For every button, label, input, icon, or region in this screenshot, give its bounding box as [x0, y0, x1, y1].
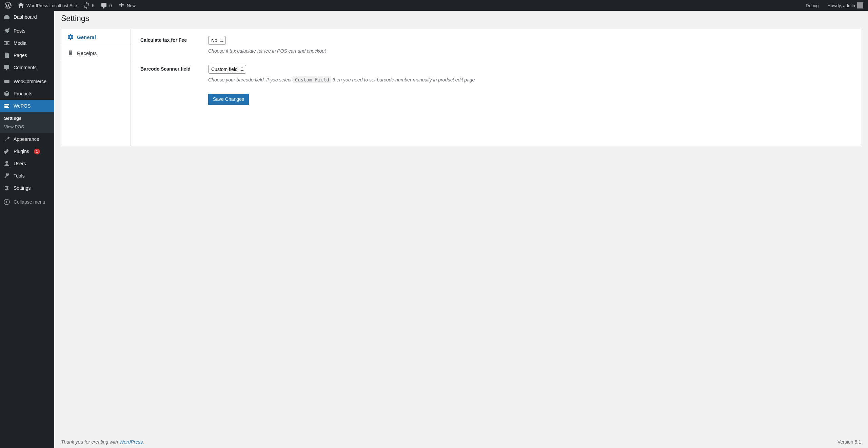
comments-icon: [3, 64, 10, 71]
sidebar-item-plugins[interactable]: Plugins 1: [0, 145, 54, 157]
comments-link[interactable]: 0: [99, 2, 114, 9]
tab-general[interactable]: General: [61, 29, 131, 45]
debug-link[interactable]: Debug: [804, 3, 821, 8]
tab-label: General: [77, 34, 96, 40]
admin-sidebar: Dashboard Posts Media Pages Comments Woo…: [0, 11, 54, 448]
sidebar-item-dashboard[interactable]: Dashboard: [0, 11, 54, 23]
settings-panel: General Receipts Calculate tax for Fee N…: [61, 29, 861, 146]
home-icon: [18, 2, 24, 9]
main-content: Settings General Receipts Calculate tax …: [54, 11, 868, 448]
sidebar-item-wepos[interactable]: WePOS: [0, 100, 54, 112]
sidebar-item-label: Posts: [14, 28, 25, 34]
sidebar-item-label: Plugins: [14, 149, 29, 154]
collapse-menu-button[interactable]: Collapse menu: [0, 196, 54, 208]
site-name-link[interactable]: WordPress Localhost Site: [16, 2, 79, 9]
sidebar-item-comments[interactable]: Comments: [0, 61, 54, 74]
sidebar-item-label: WePOS: [14, 103, 31, 109]
barcode-select[interactable]: Custom field: [208, 65, 246, 74]
tax-fee-help: Choose if tax caluclate for fee in POS c…: [208, 48, 851, 55]
site-name-text: WordPress Localhost Site: [26, 3, 77, 8]
sidebar-item-label: Tools: [14, 173, 25, 179]
sidebar-item-label: WooCommerce: [14, 79, 46, 84]
footer-thankyou: Thank you for creating with WordPress.: [61, 439, 144, 445]
sidebar-item-label: Products: [14, 91, 32, 96]
sidebar-item-products[interactable]: Products: [0, 88, 54, 100]
tools-icon: [3, 172, 10, 179]
receipt-icon: [67, 50, 74, 56]
submenu-item-settings[interactable]: Settings: [0, 114, 54, 123]
wepos-submenu: Settings View POS: [0, 112, 54, 133]
new-content-link[interactable]: New: [116, 2, 138, 9]
howdy-text: Howdy, admin: [828, 3, 855, 8]
sidebar-item-label: Comments: [14, 65, 37, 70]
sidebar-item-users[interactable]: Users: [0, 157, 54, 170]
appearance-icon: [3, 136, 10, 143]
settings-tabs-nav: General Receipts: [61, 29, 131, 146]
barcode-label: Barcode Scanner field: [140, 65, 208, 83]
media-icon: [3, 40, 10, 46]
plugins-icon: [3, 148, 10, 155]
wordpress-link[interactable]: WordPress: [119, 439, 143, 445]
svg-rect-0: [4, 80, 9, 83]
sidebar-item-label: Settings: [14, 185, 31, 191]
sidebar-item-label: Media: [14, 40, 26, 46]
update-icon: [83, 2, 90, 9]
admin-toolbar: WordPress Localhost Site 5 0 New Debug H…: [0, 0, 868, 11]
plugins-update-badge: 1: [34, 149, 40, 154]
collapse-label: Collapse menu: [14, 199, 45, 205]
settings-icon: [3, 185, 10, 191]
tax-fee-label: Calculate tax for Fee: [140, 36, 208, 55]
footer-version: Version 5.1: [837, 439, 861, 445]
tax-fee-select[interactable]: No: [208, 36, 226, 45]
collapse-icon: [3, 199, 10, 205]
sidebar-item-settings[interactable]: Settings: [0, 182, 54, 194]
page-title: Settings: [61, 11, 861, 24]
products-icon: [3, 90, 10, 97]
updates-count: 5: [92, 3, 94, 8]
sidebar-item-label: Appearance: [14, 136, 39, 142]
save-changes-button[interactable]: Save Changes: [208, 94, 249, 105]
admin-footer: Thank you for creating with WordPress. V…: [61, 439, 861, 445]
my-account-link[interactable]: Howdy, admin: [826, 2, 865, 8]
wordpress-logo-icon: [5, 2, 12, 9]
sidebar-item-media[interactable]: Media: [0, 37, 54, 49]
pin-icon: [3, 27, 10, 34]
wp-logo-button[interactable]: [3, 2, 14, 9]
page-icon: [3, 52, 10, 59]
sidebar-item-label: Dashboard: [14, 14, 37, 20]
sidebar-item-tools[interactable]: Tools: [0, 170, 54, 182]
barcode-help: Choose your barcode field. If you select…: [208, 76, 851, 83]
gear-icon: [67, 34, 74, 40]
sidebar-item-pages[interactable]: Pages: [0, 49, 54, 61]
comment-icon: [101, 2, 107, 9]
sidebar-item-posts[interactable]: Posts: [0, 25, 54, 37]
dashboard-icon: [3, 14, 10, 20]
new-label: New: [127, 3, 136, 8]
wepos-icon: [3, 102, 10, 109]
comments-count: 0: [110, 3, 112, 8]
sidebar-item-label: Users: [14, 161, 26, 166]
sidebar-item-woocommerce[interactable]: WooCommerce: [0, 75, 54, 88]
tab-receipts[interactable]: Receipts: [61, 45, 131, 61]
sidebar-item-label: Pages: [14, 53, 27, 58]
updates-link[interactable]: 5: [81, 2, 96, 9]
plus-icon: [118, 2, 125, 9]
woocommerce-icon: [3, 78, 10, 85]
avatar: [857, 2, 863, 8]
tab-label: Receipts: [77, 50, 97, 56]
submenu-item-view-pos[interactable]: View POS: [0, 123, 54, 131]
users-icon: [3, 160, 10, 167]
sidebar-item-appearance[interactable]: Appearance: [0, 133, 54, 145]
settings-form: Calculate tax for Fee No Choose if tax c…: [131, 29, 861, 146]
